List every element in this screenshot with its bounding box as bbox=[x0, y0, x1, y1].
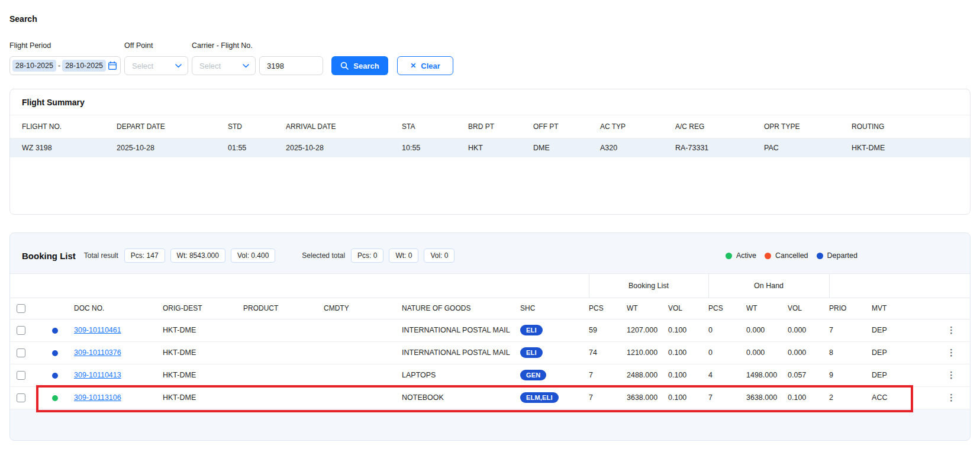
prio-value: 8 bbox=[829, 341, 872, 364]
clear-button[interactable]: ✕ Clear bbox=[397, 56, 453, 75]
flight-period-to-value[interactable]: 28-10-2025 bbox=[62, 60, 106, 72]
col-mvt: MVT bbox=[872, 298, 914, 319]
col-depart-date: DEPART DATE bbox=[105, 115, 216, 138]
booking-row-1[interactable]: 309-10110461 HKT-DME INTERNATIONAL POSTA… bbox=[10, 319, 970, 341]
flight-no-input[interactable] bbox=[259, 56, 323, 75]
off-point-select[interactable]: Select bbox=[124, 56, 188, 75]
total-vol-badge: Vol: 0.400 bbox=[231, 248, 275, 263]
col-oh-pcs: PCS bbox=[708, 298, 746, 319]
group-header-booking-list: Booking List bbox=[589, 274, 708, 298]
oh-pcs-value: 7 bbox=[708, 386, 746, 409]
product-value bbox=[243, 386, 324, 409]
bk-wt-value: 1207.000 bbox=[627, 319, 668, 341]
carrier-select[interactable]: Select bbox=[192, 56, 256, 75]
bk-pcs-value: 7 bbox=[589, 386, 627, 409]
kebab-menu-icon[interactable]: ⋮ bbox=[947, 347, 956, 357]
kebab-menu-icon[interactable]: ⋮ bbox=[947, 392, 956, 402]
flight-period-range-picker[interactable]: 28-10-2025 - 28-10-2025 bbox=[9, 56, 121, 75]
orig-dest-value: HKT-DME bbox=[163, 386, 243, 409]
selected-wt-badge: Wt: 0 bbox=[389, 248, 418, 263]
flight-period-group: Flight Period 28-10-2025 - 28-10-2025 bbox=[9, 41, 121, 75]
total-wt-badge: Wt: 8543.000 bbox=[170, 248, 225, 263]
search-section: Search Flight Period 28-10-2025 - 28-10-… bbox=[0, 0, 980, 75]
product-value bbox=[243, 364, 324, 386]
cancelled-status-dot-icon bbox=[765, 253, 771, 259]
oh-vol-value: 0.000 bbox=[788, 341, 829, 364]
col-opr-type: OPR TYPE bbox=[752, 115, 840, 138]
mvt-value: DEP bbox=[872, 319, 914, 341]
flight-summary-title: Flight Summary bbox=[10, 89, 970, 115]
col-ac-reg: A/C REG bbox=[663, 115, 752, 138]
opr-type-value: PAC bbox=[752, 138, 840, 157]
oh-vol-value: 0.100 bbox=[788, 386, 829, 409]
flight-summary-panel: Flight Summary FLIGHT NO. DEPART DATE ST… bbox=[9, 89, 971, 215]
bk-wt-value: 1210.000 bbox=[627, 341, 668, 364]
col-off-pt: OFF PT bbox=[521, 115, 588, 138]
doc-no-link[interactable]: 309-10110413 bbox=[74, 371, 121, 379]
clear-x-icon: ✕ bbox=[410, 62, 416, 69]
booking-row-2[interactable]: 309-10110376 HKT-DME INTERNATIONAL POSTA… bbox=[10, 341, 970, 364]
col-routing: ROUTING bbox=[840, 115, 970, 138]
ac-typ-value: A320 bbox=[588, 138, 663, 157]
product-value bbox=[243, 319, 324, 341]
row-checkbox[interactable] bbox=[17, 393, 25, 402]
off-pt-value: DME bbox=[521, 138, 588, 157]
bk-pcs-value: 59 bbox=[589, 319, 627, 341]
kebab-menu-icon[interactable]: ⋮ bbox=[947, 370, 956, 380]
booking-row-3[interactable]: 309-10110413 HKT-DME LAPTOPS GEN 7 2488.… bbox=[10, 364, 970, 386]
cmdty-value bbox=[324, 364, 402, 386]
orig-dest-value: HKT-DME bbox=[163, 319, 243, 341]
legend-cancelled: Cancelled bbox=[765, 251, 808, 260]
std-value: 01:55 bbox=[216, 138, 274, 157]
col-bk-wt: WT bbox=[627, 298, 668, 319]
flight-period-from-value[interactable]: 28-10-2025 bbox=[12, 60, 56, 72]
status-legend: Active Cancelled Departed bbox=[722, 251, 858, 260]
shc-badge: ELI bbox=[520, 347, 543, 358]
legend-active: Active bbox=[726, 251, 756, 260]
orig-dest-value: HKT-DME bbox=[163, 364, 243, 386]
flight-summary-row[interactable]: WZ 3198 2025-10-28 01:55 2025-10-28 10:5… bbox=[10, 138, 970, 157]
arrival-date-value: 2025-10-28 bbox=[274, 138, 390, 157]
cmdty-value bbox=[324, 341, 402, 364]
col-sta: STA bbox=[390, 115, 456, 138]
oh-pcs-value: 0 bbox=[708, 341, 746, 364]
select-all-checkbox[interactable] bbox=[17, 304, 25, 313]
off-point-placeholder: Select bbox=[132, 62, 153, 70]
cmdty-value bbox=[324, 386, 402, 409]
carrier-flight-no-label: Carrier - Flight No. bbox=[192, 41, 323, 50]
doc-no-link[interactable]: 309-10113106 bbox=[74, 393, 121, 402]
bk-vol-value: 0.100 bbox=[668, 341, 708, 364]
selected-vol-badge: Vol: 0 bbox=[424, 248, 454, 263]
booking-row-4-highlighted[interactable]: 309-10113106 HKT-DME NOTEBOOK ELM,ELI 7 … bbox=[10, 386, 970, 409]
col-actions bbox=[914, 298, 970, 319]
doc-no-link[interactable]: 309-10110376 bbox=[74, 348, 121, 357]
doc-no-link[interactable]: 309-10110461 bbox=[74, 326, 121, 334]
legend-departed: Departed bbox=[817, 251, 858, 260]
active-status-dot-icon bbox=[726, 253, 732, 259]
prio-value: 7 bbox=[829, 319, 872, 341]
oh-wt-value: 1498.000 bbox=[746, 364, 788, 386]
off-point-group: Off Point Select bbox=[124, 41, 188, 75]
orig-dest-value: HKT-DME bbox=[163, 341, 243, 364]
col-bk-vol: VOL bbox=[668, 298, 708, 319]
booking-table-wrap: Booking List On Hand DOC NO. ORIG-DEST P… bbox=[10, 273, 970, 409]
row-checkbox[interactable] bbox=[17, 326, 25, 335]
calendar-icon[interactable] bbox=[108, 61, 117, 70]
status-dot bbox=[52, 328, 58, 334]
bk-wt-value: 3638.000 bbox=[627, 386, 668, 409]
col-bk-pcs: PCS bbox=[589, 298, 627, 319]
row-checkbox[interactable] bbox=[17, 371, 25, 380]
flight-summary-table: FLIGHT NO. DEPART DATE STD ARRIVAL DATE … bbox=[10, 115, 970, 157]
brd-pt-value: HKT bbox=[456, 138, 521, 157]
nature-of-goods-value: LAPTOPS bbox=[402, 364, 520, 386]
row-checkbox[interactable] bbox=[17, 348, 25, 357]
kebab-menu-icon[interactable]: ⋮ bbox=[947, 325, 956, 335]
search-button[interactable]: Search bbox=[331, 56, 388, 75]
carrier-placeholder: Select bbox=[199, 62, 221, 70]
search-button-label: Search bbox=[353, 62, 379, 70]
oh-wt-value: 0.000 bbox=[746, 341, 788, 364]
bk-pcs-value: 7 bbox=[589, 364, 627, 386]
mvt-value: ACC bbox=[872, 386, 914, 409]
chevron-down-icon bbox=[175, 64, 182, 68]
bk-wt-value: 2488.000 bbox=[627, 364, 668, 386]
